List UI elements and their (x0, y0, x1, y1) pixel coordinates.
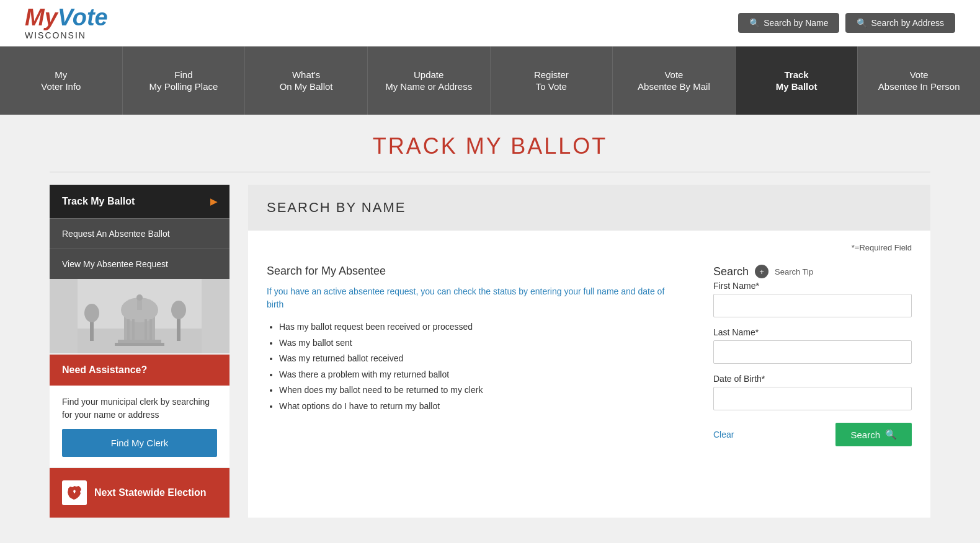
search-submit-icon: 🔍 (885, 429, 897, 440)
svg-rect-8 (145, 319, 147, 341)
sidebar-assistance-header: Need Assistance? (50, 355, 229, 386)
first-name-input[interactable] (713, 294, 912, 317)
last-name-input[interactable] (713, 340, 912, 364)
find-my-clerk-button[interactable]: Find My Clerk (62, 429, 217, 457)
required-note: *=Required Field (267, 243, 912, 252)
search-tip-toggle[interactable]: + (755, 265, 768, 278)
search-by-name-button[interactable]: 🔍 Search by Name (738, 13, 839, 33)
sidebar: Track My Ballot Request An Absentee Ball… (50, 185, 229, 518)
dob-label: Date of Birth* (713, 374, 912, 384)
main-nav: MyVoter Info FindMy Polling Place What's… (0, 46, 980, 115)
list-item: Was my returned ballot received (279, 353, 676, 365)
svg-rect-9 (149, 319, 152, 341)
list-item: Was my ballot sent (279, 337, 676, 350)
dob-field: Date of Birth* (713, 374, 912, 410)
search-icon-addr: 🔍 (857, 18, 867, 28)
search-tip-label[interactable]: Search Tip (775, 267, 813, 276)
sidebar-view-absentee-request[interactable]: View My Absentee Request (50, 249, 229, 279)
list-item: Has my ballot request been received or p… (279, 321, 676, 333)
list-item: When does my ballot need to be returned … (279, 384, 676, 397)
election-title: Next Statewide Election (94, 487, 207, 500)
capitol-svg (50, 279, 229, 353)
svg-point-15 (171, 301, 186, 319)
last-name-field: Last Name* (713, 327, 912, 364)
search-icon: 🔍 (749, 18, 760, 28)
sidebar-assistance-body: Find your municipal clerk by searching f… (50, 386, 229, 467)
svg-rect-10 (118, 340, 161, 343)
search-form-heading: Search + Search Tip (713, 265, 912, 278)
header: MyVote WISCONSIN 🔍 Search by Name 🔍 Sear… (0, 0, 980, 46)
svg-point-13 (84, 304, 99, 322)
nav-item-vote-absentee-mail[interactable]: VoteAbsentee By Mail (613, 46, 736, 115)
page-title: TRACK MY BALLOT (12, 133, 968, 159)
first-name-field: First Name* (713, 281, 912, 317)
sidebar-next-election[interactable]: Next Statewide Election (50, 468, 229, 518)
dob-input[interactable] (713, 387, 912, 410)
wi-state-svg (65, 483, 84, 502)
search-section-header: SEARCH BY NAME (248, 185, 930, 231)
nav-item-update-name-address[interactable]: UpdateMy Name or Address (368, 46, 491, 115)
nav-item-find-polling-place[interactable]: FindMy Polling Place (123, 46, 246, 115)
logo-my: My (25, 4, 58, 30)
list-item: Was there a problem with my returned bal… (279, 369, 676, 381)
search-by-address-button[interactable]: 🔍 Search by Address (845, 13, 955, 33)
svg-point-5 (136, 294, 143, 301)
first-name-label: First Name* (713, 281, 912, 291)
list-item: What options do I have to return my ball… (279, 400, 676, 413)
logo: MyVote WISCONSIN (25, 6, 108, 40)
nav-item-register-to-vote[interactable]: RegisterTo Vote (491, 46, 613, 115)
clear-link[interactable]: Clear (713, 430, 734, 439)
form-right-column: Search + Search Tip First Name* Last Nam… (713, 265, 912, 446)
nav-item-track-my-ballot[interactable]: TrackMy Ballot (736, 46, 858, 115)
form-columns: Search for My Absentee If you have an ac… (267, 265, 912, 446)
page-title-section: TRACK MY BALLOT (0, 115, 980, 172)
nav-item-vote-absentee-person[interactable]: VoteAbsentee In Person (858, 46, 980, 115)
sidebar-request-absentee[interactable]: Request An Absentee Ballot (50, 218, 229, 249)
search-submit-button[interactable]: Search 🔍 (835, 423, 912, 446)
last-name-label: Last Name* (713, 327, 912, 337)
main-content: Track My Ballot Request An Absentee Ball… (0, 185, 980, 542)
form-actions: Clear Search 🔍 (713, 423, 912, 446)
divider (50, 172, 930, 172)
svg-rect-6 (127, 319, 130, 341)
intro-text: If you have an active absentee request, … (267, 285, 676, 311)
form-left-column: Search for My Absentee If you have an ac… (267, 265, 688, 446)
logo-vote: Vote (58, 4, 108, 30)
nav-item-whats-on-ballot[interactable]: What'sOn My Ballot (245, 46, 368, 115)
nav-item-my-voter-info[interactable]: MyVoter Info (0, 46, 123, 115)
svg-rect-11 (115, 343, 164, 346)
search-absentee-heading: Search for My Absentee (267, 265, 676, 278)
header-search-buttons: 🔍 Search by Name 🔍 Search by Address (738, 13, 955, 33)
search-section-title: SEARCH BY NAME (267, 200, 912, 216)
wisconsin-icon (62, 480, 87, 505)
sidebar-track-my-ballot[interactable]: Track My Ballot (50, 185, 229, 218)
logo-state: WISCONSIN (25, 30, 108, 40)
svg-rect-7 (132, 319, 135, 341)
main-panel: SEARCH BY NAME *=Required Field Search f… (248, 185, 930, 518)
capitol-image (50, 279, 229, 353)
bullet-list: Has my ballot request been received or p… (267, 321, 676, 413)
form-area: *=Required Field Search for My Absentee … (248, 231, 930, 465)
